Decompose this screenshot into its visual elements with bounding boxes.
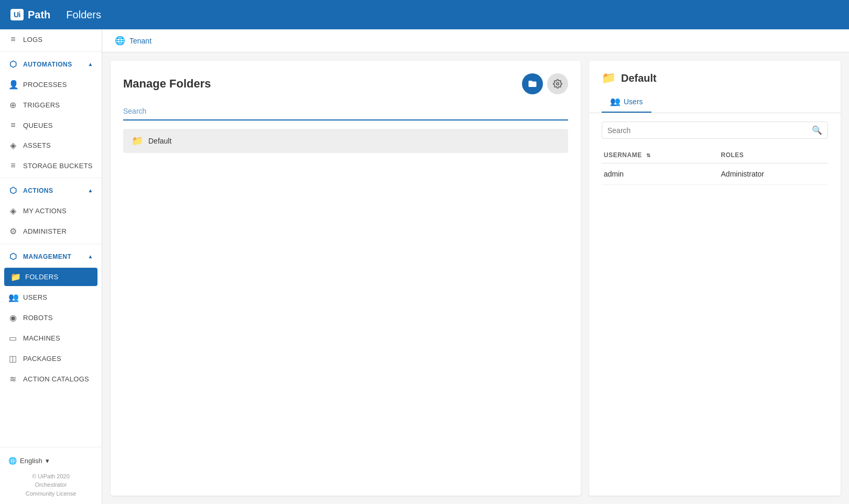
my-actions-icon: ◈ <box>8 206 18 216</box>
actions-icon: ⬡ <box>8 185 18 195</box>
users-table-body: admin Administrator <box>602 163 828 185</box>
actions-chevron: ▲ <box>88 188 93 193</box>
logo-ui: Ui <box>14 10 20 19</box>
detail-tabs: 👥 Users <box>602 91 828 113</box>
detail-panel: 📁 Default 👥 Users 🔍 <box>589 61 841 496</box>
sidebar-label-robots: ROBOTS <box>23 314 53 322</box>
sidebar-item-storage-buckets[interactable]: ≡ STORAGE BUCKETS <box>0 156 102 176</box>
machines-icon: ▭ <box>8 333 18 343</box>
username-column-header: USERNAME ⇅ <box>602 147 719 163</box>
divider-1 <box>0 51 102 52</box>
default-folder-icon: 📁 <box>132 135 143 147</box>
sidebar-label-triggers: TRIGGERS <box>23 101 60 109</box>
folder-item-name: Default <box>148 137 171 145</box>
sidebar-item-machines[interactable]: ▭ MACHINES <box>0 328 102 348</box>
username-sort-icon[interactable]: ⇅ <box>646 152 651 158</box>
users-search-input[interactable] <box>607 126 808 135</box>
sidebar-item-users[interactable]: 👥 USERS <box>0 287 102 308</box>
sidebar-item-assets[interactable]: ◈ ASSETS <box>0 135 102 156</box>
sidebar-label-administer: ADMINISTER <box>23 227 67 235</box>
triggers-icon: ⊕ <box>8 100 18 110</box>
breadcrumb-label[interactable]: Tenant <box>129 37 151 45</box>
sidebar-item-folders[interactable]: 📁 FOLDERS <box>4 268 97 286</box>
management-label: MANAGEMENT <box>23 253 71 260</box>
top-header: Ui Path Folders <box>0 0 849 29</box>
folder-panel-header: Manage Folders <box>123 73 568 94</box>
folder-settings-button[interactable] <box>547 73 568 94</box>
search-icon[interactable]: 🔍 <box>812 125 822 135</box>
language-chevron: ▾ <box>46 457 49 465</box>
sidebar-label-processes: PROCESSES <box>23 81 67 89</box>
folders-icon: 📁 <box>10 272 20 282</box>
storage-buckets-icon: ≡ <box>8 161 18 170</box>
queues-icon: ≡ <box>8 120 18 130</box>
username-cell: admin <box>602 163 719 185</box>
sidebar-item-administer[interactable]: ⚙ ADMINISTER <box>0 221 102 242</box>
sidebar-footer: 🌐 English ▾ © UiPath 2020 Orchestrator C… <box>0 447 102 505</box>
logo-box: Ui <box>10 9 24 20</box>
sidebar-item-logs[interactable]: ≡ LOGS <box>0 29 102 49</box>
language-label: English <box>20 457 42 465</box>
detail-content: 🔍 USERNAME ⇅ ROLES <box>589 113 841 496</box>
detail-folder-icon: 📁 <box>602 71 616 85</box>
folder-panel: Manage Folders <box>111 61 581 496</box>
add-folder-button[interactable] <box>522 73 543 94</box>
add-folder-icon <box>528 79 537 89</box>
page-header-title: Folders <box>66 9 101 21</box>
sidebar-section-management[interactable]: ⬡ MANAGEMENT ▲ <box>0 246 102 267</box>
table-row: admin Administrator <box>602 163 828 185</box>
management-chevron: ▲ <box>88 254 93 259</box>
sidebar-label-queues: QUEUES <box>23 122 53 129</box>
footer-copyright: © UiPath 2020 Orchestrator Community Lic… <box>8 472 93 498</box>
processes-icon: 👤 <box>8 80 18 90</box>
folder-search-container <box>123 105 568 120</box>
folder-item-default[interactable]: 📁 Default <box>123 129 568 153</box>
folder-search-input[interactable] <box>123 105 568 117</box>
users-icon: 👥 <box>8 292 18 302</box>
language-selector[interactable]: 🌐 English ▾ <box>8 454 93 468</box>
administer-icon: ⚙ <box>8 226 18 236</box>
sidebar-label-logs: LOGS <box>23 36 42 43</box>
tab-users[interactable]: 👥 Users <box>602 91 651 113</box>
main-layout: ≡ LOGS ⬡ AUTOMATIONS ▲ 👤 PROCESSES ⊕ TRI… <box>0 29 849 504</box>
sidebar-item-action-catalogs[interactable]: ≋ ACTION CATALOGS <box>0 369 102 389</box>
sidebar-label-users: USERS <box>23 293 47 301</box>
logo-path-text: Path <box>28 9 50 21</box>
sidebar-item-robots[interactable]: ◉ ROBOTS <box>0 308 102 328</box>
logo-area: Ui Path <box>10 9 50 21</box>
users-table-head: USERNAME ⇅ ROLES <box>602 147 828 163</box>
breadcrumb: 🌐 Tenant <box>102 29 849 52</box>
folder-list: 📁 Default <box>123 129 568 153</box>
assets-icon: ◈ <box>8 140 18 150</box>
sidebar-section-automations[interactable]: ⬡ AUTOMATIONS ▲ <box>0 54 102 74</box>
roles-cell: Administrator <box>719 163 828 185</box>
management-icon: ⬡ <box>8 251 18 261</box>
robots-icon: ◉ <box>8 313 18 323</box>
sidebar-item-packages[interactable]: ◫ PACKAGES <box>0 348 102 369</box>
panel-actions <box>522 73 568 94</box>
sidebar-label-assets: ASSETS <box>23 141 51 149</box>
sidebar-label-storage-buckets: STORAGE BUCKETS <box>23 162 93 170</box>
detail-panel-header: 📁 Default 👥 Users <box>589 61 841 113</box>
sidebar-label-my-actions: MY ACTIONS <box>23 207 67 215</box>
automations-chevron: ▲ <box>88 61 93 67</box>
sidebar-label-machines: MACHINES <box>23 334 60 342</box>
automations-icon: ⬡ <box>8 59 18 69</box>
divider-3 <box>0 244 102 244</box>
divider-2 <box>0 178 102 178</box>
sidebar-label-packages: PACKAGES <box>23 355 61 363</box>
sidebar-label-action-catalogs: ACTION CATALOGS <box>23 375 89 383</box>
detail-folder-name: Default <box>621 72 657 84</box>
breadcrumb-globe-icon: 🌐 <box>115 36 125 46</box>
sidebar-item-triggers[interactable]: ⊕ TRIGGERS <box>0 95 102 115</box>
sidebar-item-processes[interactable]: 👤 PROCESSES <box>0 74 102 95</box>
sidebar-item-queues[interactable]: ≡ QUEUES <box>0 115 102 135</box>
users-table: USERNAME ⇅ ROLES admin Ad <box>602 147 828 185</box>
detail-folder-title: 📁 Default <box>602 71 828 85</box>
automations-label: AUTOMATIONS <box>23 61 72 68</box>
settings-icon <box>553 79 562 89</box>
logs-icon: ≡ <box>8 35 18 44</box>
sidebar-item-my-actions[interactable]: ◈ MY ACTIONS <box>0 201 102 221</box>
sidebar-label-folders: FOLDERS <box>25 273 59 281</box>
sidebar-section-actions[interactable]: ⬡ ACTIONS ▲ <box>0 180 102 201</box>
